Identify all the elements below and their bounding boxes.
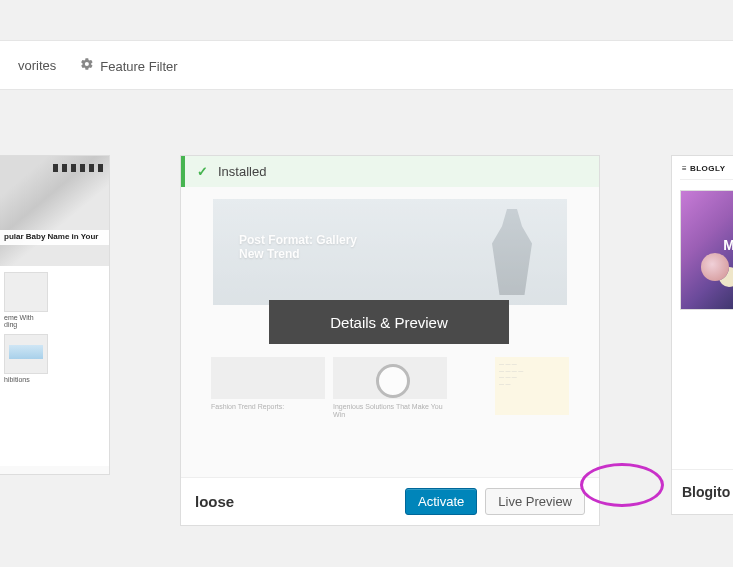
thumbnail-headline: pular Baby Name in Your	[0, 230, 109, 245]
activate-button[interactable]: Activate	[405, 488, 477, 515]
theme-name: loose	[195, 493, 397, 510]
details-preview-button[interactable]: Details & Preview	[269, 300, 509, 344]
thumbnail-image: M	[680, 190, 733, 310]
mini-caption: eme Withding	[4, 314, 105, 328]
favorites-tab[interactable]: vorites	[6, 58, 68, 73]
installed-label: Installed	[218, 164, 266, 179]
post-row: Fashion Trend Reports: Ingenious Solutio…	[181, 357, 599, 426]
theme-name: Blogito	[672, 469, 733, 514]
mini-thumb	[4, 272, 48, 312]
thumb-letter: M	[723, 237, 733, 253]
feature-filter-tab[interactable]: Feature Filter	[68, 57, 189, 74]
feature-filter-label: Feature Filter	[100, 59, 177, 74]
thumbnail-lower: eme Withding hibitions	[0, 266, 109, 466]
theme-card-footer: loose Activate Live Preview	[181, 477, 599, 525]
installed-status-bar: ✓ Installed	[181, 156, 599, 187]
live-preview-button[interactable]: Live Preview	[485, 488, 585, 515]
hero-image: Post Format: Gallery New Trend	[213, 199, 567, 305]
post-caption: Fashion Trend Reports:	[211, 403, 325, 411]
mini-caption: hibitions	[4, 376, 105, 383]
post-thumb	[211, 357, 325, 399]
mini-thumb	[4, 334, 48, 374]
theme-thumbnail: pular Baby Name in Your	[0, 156, 109, 266]
thumb-logo: ≡ BLOGLY	[680, 164, 733, 180]
post-caption: Ingenious Solutions That Make You Win	[333, 403, 447, 418]
sidebar-note: — — —— — — —— — —— —	[495, 357, 569, 415]
filter-toolbar: vorites Feature Filter	[0, 40, 733, 90]
post-thumb-clock-icon	[333, 357, 447, 399]
theme-thumbnail[interactable]: Post Format: Gallery New Trend Details &…	[181, 187, 599, 477]
hero-title: Post Format: Gallery New Trend	[239, 233, 357, 264]
check-icon: ✓	[197, 164, 208, 179]
theme-card-loose: ✓ Installed Post Format: Gallery New Tre…	[180, 155, 600, 526]
gear-icon	[80, 57, 94, 74]
theme-card-partial-left[interactable]: pular Baby Name in Your eme Withding hib…	[0, 155, 110, 475]
thumbnail-image	[0, 156, 109, 266]
theme-card-partial-right[interactable]: ≡ BLOGLY M Blogito	[671, 155, 733, 515]
